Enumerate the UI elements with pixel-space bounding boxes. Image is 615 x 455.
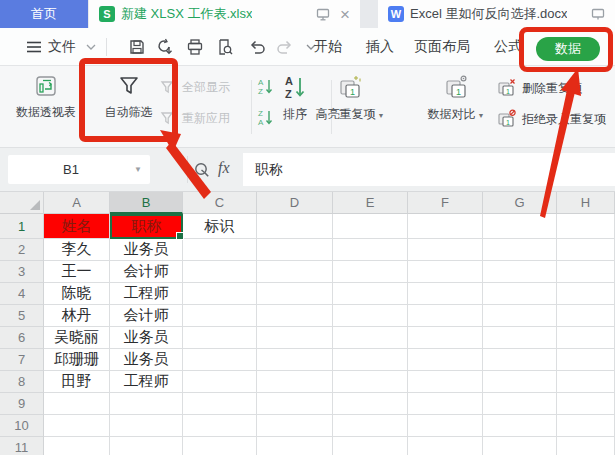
cell-H7[interactable] — [557, 349, 615, 371]
column-header-B[interactable]: B — [110, 192, 183, 214]
cell-F1[interactable] — [408, 214, 483, 239]
row-header-10[interactable]: 10 — [0, 415, 44, 437]
cell-G4[interactable] — [483, 283, 557, 305]
cell-C5[interactable] — [183, 305, 257, 327]
tab-insert[interactable]: 插入 — [366, 28, 394, 66]
cell-A11[interactable] — [44, 437, 110, 455]
cell-E4[interactable] — [333, 283, 408, 305]
cell-D10[interactable] — [257, 415, 333, 437]
search-icon[interactable] — [193, 161, 211, 179]
tab-start[interactable]: 开始 — [314, 28, 342, 66]
cell-D11[interactable] — [257, 437, 333, 455]
cell-E1[interactable] — [333, 214, 408, 239]
cell-A10[interactable] — [44, 415, 110, 437]
cell-G1[interactable] — [483, 214, 557, 239]
cell-B8[interactable]: 工程师 — [110, 371, 183, 393]
pivot-table-button[interactable]: 数据透视表 — [8, 74, 84, 121]
cell-A8[interactable]: 田野 — [44, 371, 110, 393]
column-header-E[interactable]: E — [333, 192, 408, 214]
cell-B5[interactable]: 会计师 — [110, 305, 183, 327]
cell-D8[interactable] — [257, 371, 333, 393]
column-header-D[interactable]: D — [257, 192, 333, 214]
cell-C3[interactable] — [183, 261, 257, 283]
cell-E3[interactable] — [333, 261, 408, 283]
cell-A2[interactable]: 李久 — [44, 239, 110, 261]
reapply-button[interactable]: 重新应用 — [160, 110, 230, 127]
cell-D7[interactable] — [257, 349, 333, 371]
cell-E9[interactable] — [333, 393, 408, 415]
cell-H11[interactable] — [557, 437, 615, 455]
cell-F11[interactable] — [408, 437, 483, 455]
cell-A3[interactable]: 王一 — [44, 261, 110, 283]
cell-F9[interactable] — [408, 393, 483, 415]
cell-F5[interactable] — [408, 305, 483, 327]
cell-E7[interactable] — [333, 349, 408, 371]
cell-C7[interactable] — [183, 349, 257, 371]
name-box-caret-icon[interactable]: ▼ — [134, 165, 142, 174]
cell-B4[interactable]: 工程师 — [110, 283, 183, 305]
cell-B7[interactable]: 业务员 — [110, 349, 183, 371]
cell-H4[interactable] — [557, 283, 615, 305]
name-box[interactable]: B1 ▼ — [8, 155, 150, 184]
cell-A5[interactable]: 林丹 — [44, 305, 110, 327]
print-preview-icon[interactable] — [216, 28, 234, 66]
cell-D3[interactable] — [257, 261, 333, 283]
cell-G10[interactable] — [483, 415, 557, 437]
column-header-F[interactable]: F — [408, 192, 483, 214]
formula-input[interactable]: 职称 — [243, 153, 615, 186]
column-header-A[interactable]: A — [44, 192, 110, 214]
insert-function-icon[interactable]: fx — [218, 159, 230, 177]
row-header-6[interactable]: 6 — [0, 327, 44, 349]
data-compare-button[interactable]: 1 数据对比▼ — [416, 74, 496, 123]
autofilter-button[interactable]: 自动筛选 — [91, 74, 166, 121]
row-header-2[interactable]: 2 — [0, 239, 44, 261]
select-all-corner[interactable] — [0, 192, 44, 214]
row-header-9[interactable]: 9 — [0, 393, 44, 415]
cell-D9[interactable] — [257, 393, 333, 415]
cell-D2[interactable] — [257, 239, 333, 261]
output-icon[interactable] — [156, 28, 174, 66]
cell-C9[interactable] — [183, 393, 257, 415]
row-header-3[interactable]: 3 — [0, 261, 44, 283]
cell-F8[interactable] — [408, 371, 483, 393]
show-all-button[interactable]: 全部显示 — [160, 79, 230, 96]
cell-A4[interactable]: 陈晓 — [44, 283, 110, 305]
row-header-4[interactable]: 4 — [0, 283, 44, 305]
cell-E8[interactable] — [333, 371, 408, 393]
share-screen-icon[interactable] — [316, 8, 330, 21]
cell-F2[interactable] — [408, 239, 483, 261]
cell-H10[interactable] — [557, 415, 615, 437]
cell-F4[interactable] — [408, 283, 483, 305]
cell-G5[interactable] — [483, 305, 557, 327]
tab-formula[interactable]: 公式 — [494, 28, 522, 66]
cell-G6[interactable] — [483, 327, 557, 349]
cell-C1[interactable]: 标识 — [183, 214, 257, 239]
row-header-11[interactable]: 11 — [0, 437, 44, 455]
cell-E6[interactable] — [333, 327, 408, 349]
print-icon[interactable] — [186, 28, 204, 66]
cell-D5[interactable] — [257, 305, 333, 327]
highlight-duplicates-button[interactable]: 1 高亮重复项▼ — [305, 74, 395, 123]
cell-F7[interactable] — [408, 349, 483, 371]
share-screen-icon[interactable] — [591, 8, 605, 21]
column-header-C[interactable]: C — [183, 192, 257, 214]
delete-duplicates-button[interactable]: 1 删除重复项 — [497, 78, 582, 98]
cell-B9[interactable] — [110, 393, 183, 415]
cell-B6[interactable]: 业务员 — [110, 327, 183, 349]
cell-E2[interactable] — [333, 239, 408, 261]
cell-F6[interactable] — [408, 327, 483, 349]
cell-B2[interactable]: 业务员 — [110, 239, 183, 261]
cell-H3[interactable] — [557, 261, 615, 283]
cell-G8[interactable] — [483, 371, 557, 393]
row-header-1[interactable]: 1 — [0, 214, 44, 239]
cell-G9[interactable] — [483, 393, 557, 415]
cell-C11[interactable] — [183, 437, 257, 455]
cell-E5[interactable] — [333, 305, 408, 327]
cell-C4[interactable] — [183, 283, 257, 305]
cell-G2[interactable] — [483, 239, 557, 261]
cell-G7[interactable] — [483, 349, 557, 371]
close-tab-icon[interactable]: × — [340, 6, 350, 23]
file-menu[interactable]: 文件 — [48, 28, 76, 66]
cell-C8[interactable] — [183, 371, 257, 393]
cell-B3[interactable]: 会计师 — [110, 261, 183, 283]
